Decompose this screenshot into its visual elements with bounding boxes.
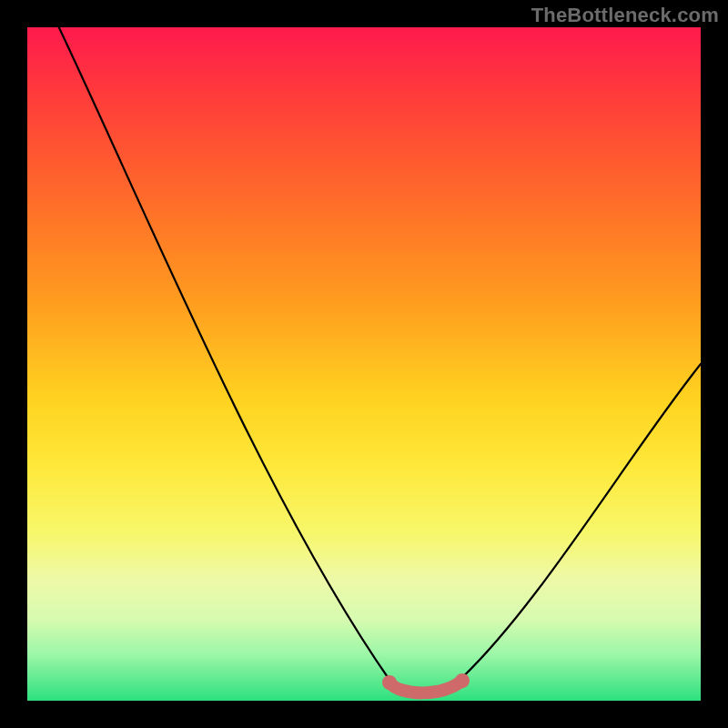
plot-area	[27, 27, 701, 701]
bottleneck-curve	[55, 27, 701, 695]
curve-svg	[27, 27, 701, 701]
chart-frame: TheBottleneck.com	[0, 0, 728, 728]
optimal-band-dot-left	[382, 675, 397, 690]
optimal-band-highlight	[389, 681, 462, 693]
optimal-band-dot-right	[455, 673, 470, 688]
watermark-text: TheBottleneck.com	[531, 4, 719, 27]
